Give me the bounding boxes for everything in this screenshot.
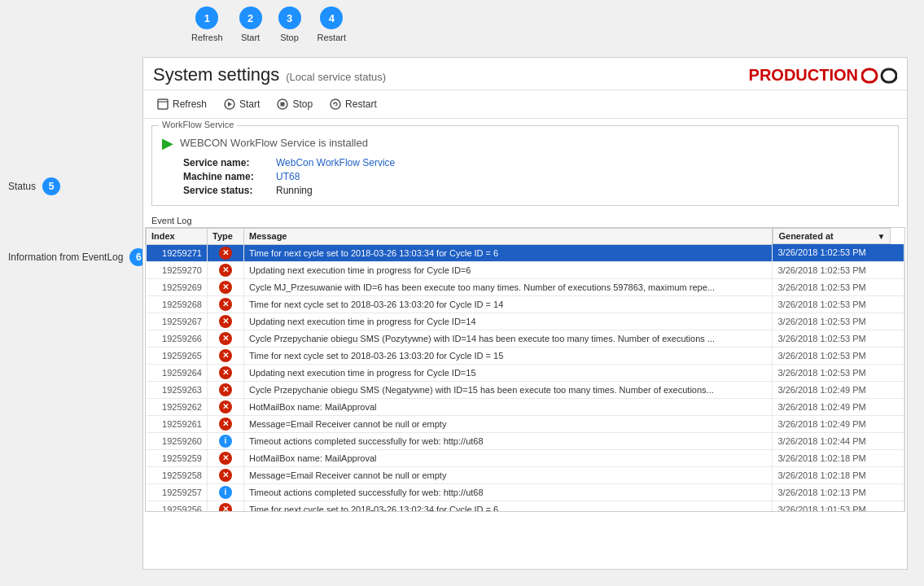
error-icon: ✕: [219, 315, 232, 328]
play-icon: ▶: [162, 134, 173, 152]
wf-machine-name-value: UT68: [276, 171, 300, 182]
svg-point-8: [331, 99, 340, 109]
wf-service-status-value: Running: [276, 185, 313, 196]
cell-message: HotMailBox name: MailApproval: [244, 398, 773, 415]
table-row[interactable]: 19259263✕Cycle Przepychanie obiegu SMS (…: [147, 381, 904, 398]
table-row[interactable]: 19259264✕Updating next execution time in…: [147, 364, 904, 381]
table-row[interactable]: 19259271✕Time for next cycle set to 2018…: [147, 244, 904, 261]
stop-badge: 3: [278, 7, 301, 29]
cell-index: 19259268: [147, 295, 208, 313]
cell-type: i: [208, 432, 244, 449]
cell-message: Updating next execution time in progress…: [244, 261, 773, 278]
cell-message: Time for next cycle set to 2018-03-26 13…: [244, 501, 773, 512]
production-badge: PRODUCTION: [749, 65, 897, 86]
cell-message: Time for next cycle set to 2018-03-26 13…: [244, 347, 773, 364]
error-icon: ✕: [219, 366, 232, 379]
table-row[interactable]: 19259267✕Updating next execution time in…: [147, 313, 904, 330]
refresh-icon-button[interactable]: 1 Refresh: [191, 7, 223, 42]
table-row[interactable]: 19259257iTimeout actions completed succe…: [147, 483, 904, 501]
cell-date: 3/26/2018 1:02:53 PM: [773, 295, 904, 313]
error-icon: ✕: [219, 264, 232, 277]
cell-date: 3/26/2018 1:02:53 PM: [773, 244, 904, 261]
status-text: Status: [8, 181, 36, 192]
restart-button[interactable]: Restart: [322, 95, 383, 113]
restart-icon-button[interactable]: 4 Restart: [317, 7, 346, 42]
event-log-table: Index Type Message Generated at ▼ 192592…: [146, 228, 904, 512]
cell-type: ✕: [208, 313, 244, 330]
cell-type: i: [208, 483, 244, 501]
table-row[interactable]: 19259260iTimeout actions completed succe…: [147, 432, 904, 449]
cell-index: 19259260: [147, 432, 208, 449]
svg-rect-2: [158, 99, 168, 109]
table-row[interactable]: 19259256✕Time for next cycle set to 2018…: [147, 501, 904, 512]
cell-index: 19259269: [147, 278, 208, 295]
cell-message: Time for next cycle set to 2018-03-26 13…: [244, 295, 773, 313]
toolbar-row: Refresh Start Stop Restart: [143, 90, 907, 119]
cell-date: 3/26/2018 1:01:53 PM: [773, 501, 904, 512]
start-btn-label: Start: [239, 98, 260, 110]
refresh-btn-label: Refresh: [173, 98, 207, 110]
start-button[interactable]: Start: [217, 95, 266, 113]
cell-date: 3/26/2018 1:02:49 PM: [773, 381, 904, 398]
page-title: System settings: [153, 64, 279, 85]
cell-index: 19259267: [147, 313, 208, 330]
cell-date: 3/26/2018 1:02:53 PM: [773, 364, 904, 381]
table-row[interactable]: 19259262✕HotMailBox name: MailApproval3/…: [147, 398, 904, 415]
cell-index: 19259266: [147, 330, 208, 347]
cell-message: Timeout actions completed successfully f…: [244, 432, 773, 449]
refresh-label: Refresh: [191, 33, 223, 42]
stop-icon: [276, 98, 289, 111]
table-row[interactable]: 19259259✕HotMailBox name: MailApproval3/…: [147, 449, 904, 466]
icon-toolbar: 1 Refresh 2 Start 3 Stop 4 Restart: [142, 0, 346, 46]
info-icon: i: [219, 486, 232, 499]
table-row[interactable]: 19259270✕Updating next execution time in…: [147, 261, 904, 278]
col-generated-at[interactable]: Generated at ▼: [773, 228, 891, 244]
start-icon-button[interactable]: 2 Start: [239, 7, 262, 42]
wf-service-status-row: Service status: Running: [183, 185, 891, 196]
panel-header: System settings (Local service status) P…: [143, 58, 907, 90]
table-row[interactable]: 19259266✕Cycle Przepychanie obiegu SMS (…: [147, 330, 904, 347]
eventlog-text: Information from EventLog: [8, 251, 123, 263]
col-message[interactable]: Message: [244, 228, 773, 244]
wf-machine-name-row: Machine name: UT68: [183, 171, 891, 182]
cell-type: ✕: [208, 364, 244, 381]
error-icon: ✕: [219, 452, 232, 465]
table-row[interactable]: 19259265✕Time for next cycle set to 2018…: [147, 347, 904, 364]
table-row[interactable]: 19259258✕Message=Email Receiver cannot b…: [147, 466, 904, 483]
error-icon: ✕: [219, 469, 232, 482]
cell-message: Timeout actions completed successfully f…: [244, 483, 773, 501]
sort-chevron-icon[interactable]: ▼: [878, 232, 886, 241]
wf-service-name-row: Service name: WebCon WorkFlow Service: [183, 157, 891, 168]
col-index[interactable]: Index: [147, 228, 208, 244]
error-icon: ✕: [219, 332, 232, 345]
cell-message: Message=Email Receiver cannot be null or…: [244, 466, 773, 483]
error-icon: ✕: [219, 418, 232, 431]
error-icon: ✕: [219, 281, 232, 294]
start-icon: [223, 98, 236, 111]
status-badge: 5: [42, 177, 60, 195]
cell-type: ✕: [208, 398, 244, 415]
svg-marker-5: [228, 102, 232, 107]
wf-status-text: WEBCON WorkFlow Service is installed: [180, 137, 368, 149]
refresh-badge: 1: [195, 7, 218, 29]
table-row[interactable]: 19259261✕Message=Email Receiver cannot b…: [147, 415, 904, 432]
start-label: Start: [241, 33, 260, 42]
cell-date: 3/26/2018 1:02:53 PM: [773, 330, 904, 347]
table-row[interactable]: 19259268✕Time for next cycle set to 2018…: [147, 295, 904, 313]
event-log-table-wrapper[interactable]: Index Type Message Generated at ▼ 192592…: [145, 227, 905, 512]
cell-date: 3/26/2018 1:02:53 PM: [773, 347, 904, 364]
error-icon: ✕: [219, 298, 232, 311]
cell-index: 19259265: [147, 347, 208, 364]
wf-status-row: ▶ WEBCON WorkFlow Service is installed: [159, 129, 891, 157]
cell-index: 19259270: [147, 261, 208, 278]
col-type[interactable]: Type: [208, 228, 244, 244]
refresh-button[interactable]: Refresh: [150, 95, 213, 113]
restart-icon: [329, 98, 342, 111]
stop-button[interactable]: Stop: [269, 95, 319, 113]
cell-date: 3/26/2018 1:02:49 PM: [773, 398, 904, 415]
cell-date: 3/26/2018 1:02:53 PM: [773, 261, 904, 278]
cell-message: Message=Email Receiver cannot be null or…: [244, 415, 773, 432]
stop-icon-button[interactable]: 3 Stop: [278, 7, 301, 42]
table-row[interactable]: 19259269✕Cycle MJ_Przesuwanie with ID=6 …: [147, 278, 904, 295]
workflow-service-section: WorkFlow Service ▶ WEBCON WorkFlow Servi…: [151, 125, 899, 206]
